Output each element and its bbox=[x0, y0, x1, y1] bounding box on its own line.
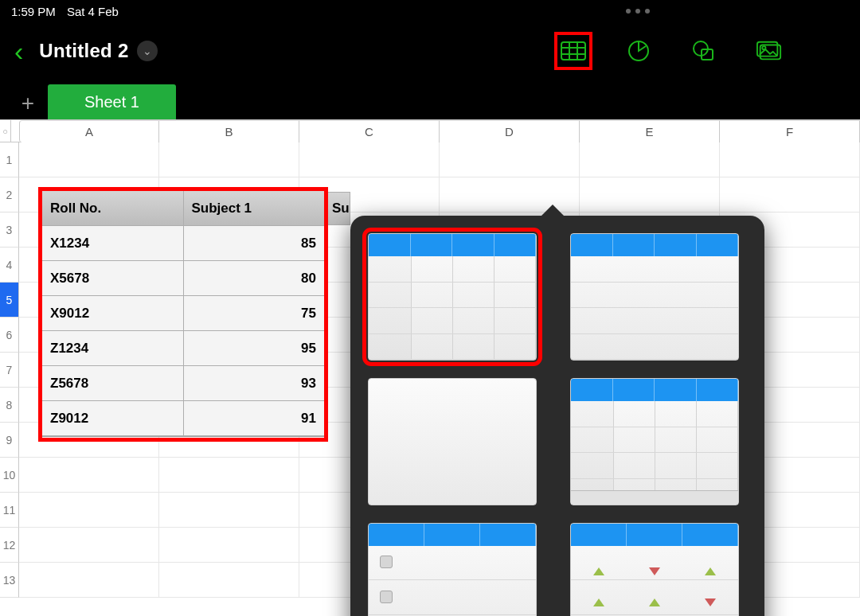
table-template-blank[interactable] bbox=[368, 378, 537, 505]
cell[interactable] bbox=[159, 458, 299, 493]
data-cell[interactable]: Z1234 bbox=[42, 331, 184, 366]
table-template-header-row-col[interactable] bbox=[368, 233, 537, 361]
row-header[interactable]: 1 bbox=[0, 142, 19, 177]
table-template-header-footer[interactable] bbox=[570, 378, 739, 505]
app-header: ‹ Untitled 2 ⌄ bbox=[0, 22, 860, 80]
insert-image-icon[interactable] bbox=[756, 38, 782, 64]
row-header[interactable]: 10 bbox=[0, 458, 19, 493]
cell[interactable] bbox=[19, 528, 159, 563]
document-title[interactable]: Untitled 2 bbox=[39, 40, 128, 62]
cell[interactable] bbox=[720, 177, 860, 212]
row-header[interactable]: 6 bbox=[0, 318, 19, 353]
back-button[interactable]: ‹ bbox=[14, 36, 23, 67]
row-header[interactable]: 9 bbox=[0, 423, 19, 458]
cell[interactable] bbox=[580, 142, 720, 177]
select-all-corner[interactable]: ○ bbox=[0, 120, 11, 142]
data-cell[interactable]: 93 bbox=[184, 366, 325, 401]
column-header-row: ○ A B C D E F bbox=[0, 120, 860, 142]
row-header[interactable]: 13 bbox=[0, 563, 19, 598]
row-header[interactable]: 7 bbox=[0, 353, 19, 388]
cell[interactable] bbox=[440, 142, 580, 177]
insert-chart-icon[interactable] bbox=[626, 38, 651, 64]
data-cell[interactable]: 85 bbox=[184, 226, 325, 261]
insert-table-popover bbox=[350, 216, 764, 616]
sheet-tab[interactable]: Sheet 1 bbox=[48, 84, 176, 119]
spreadsheet[interactable]: ○ A B C D E F 12345678910111213 Roll No.… bbox=[0, 119, 860, 616]
cell[interactable] bbox=[159, 142, 299, 177]
cell[interactable] bbox=[19, 142, 159, 177]
data-cell[interactable]: Z9012 bbox=[42, 401, 184, 436]
row-header[interactable]: 4 bbox=[0, 248, 19, 283]
column-header[interactable]: A bbox=[19, 120, 159, 142]
data-table-header[interactable]: Roll No. bbox=[42, 191, 184, 226]
cell[interactable] bbox=[720, 142, 860, 177]
cell[interactable] bbox=[580, 177, 720, 212]
cell[interactable] bbox=[19, 458, 159, 493]
status-time: 1:59 PM bbox=[11, 5, 56, 18]
column-header[interactable]: F bbox=[720, 120, 860, 142]
data-table-header-peek: Su bbox=[326, 192, 350, 225]
row-header[interactable]: 8 bbox=[0, 388, 19, 423]
table-template-arrows[interactable] bbox=[570, 523, 739, 616]
title-chevron-icon[interactable]: ⌄ bbox=[137, 41, 158, 61]
data-cell[interactable]: Z5678 bbox=[42, 366, 184, 401]
table-template-header-row[interactable] bbox=[570, 233, 739, 361]
row-header[interactable]: 5 bbox=[0, 283, 19, 318]
cell[interactable] bbox=[19, 563, 159, 598]
data-cell[interactable]: 95 bbox=[184, 331, 325, 366]
table-template-checklist[interactable] bbox=[368, 523, 537, 616]
data-cell[interactable]: 91 bbox=[184, 401, 325, 436]
row-header[interactable]: 12 bbox=[0, 528, 19, 563]
cell[interactable] bbox=[159, 528, 299, 563]
row-header[interactable]: 11 bbox=[0, 493, 19, 528]
status-bar: 1:59 PM Sat 4 Feb bbox=[0, 0, 860, 22]
data-cell[interactable]: 75 bbox=[184, 296, 325, 331]
insert-table-icon[interactable] bbox=[561, 38, 586, 64]
insert-shape-icon[interactable] bbox=[691, 38, 717, 64]
cell[interactable] bbox=[19, 493, 159, 528]
data-table[interactable]: Roll No. Subject 1 X123485X567880X901275… bbox=[41, 190, 325, 437]
column-header[interactable]: B bbox=[159, 120, 299, 142]
column-header[interactable]: D bbox=[440, 120, 580, 142]
add-sheet-button[interactable]: + bbox=[8, 88, 48, 119]
data-cell[interactable]: X5678 bbox=[42, 261, 184, 296]
cell[interactable] bbox=[159, 563, 299, 598]
column-header[interactable]: C bbox=[299, 120, 440, 142]
column-header[interactable]: E bbox=[580, 120, 720, 142]
status-ellipsis[interactable] bbox=[626, 9, 650, 14]
data-cell[interactable]: X1234 bbox=[42, 226, 184, 261]
svg-rect-0 bbox=[561, 42, 585, 60]
data-cell[interactable]: 80 bbox=[184, 261, 325, 296]
row-header[interactable]: 3 bbox=[0, 212, 19, 248]
row-header[interactable]: 2 bbox=[0, 177, 19, 212]
status-date: Sat 4 Feb bbox=[67, 5, 119, 18]
data-table-header[interactable]: Subject 1 bbox=[184, 191, 325, 226]
cell[interactable] bbox=[159, 493, 299, 528]
sheet-tab-bar: + Sheet 1 bbox=[0, 80, 860, 119]
data-cell[interactable]: X9012 bbox=[42, 296, 184, 331]
cell[interactable] bbox=[299, 142, 440, 177]
